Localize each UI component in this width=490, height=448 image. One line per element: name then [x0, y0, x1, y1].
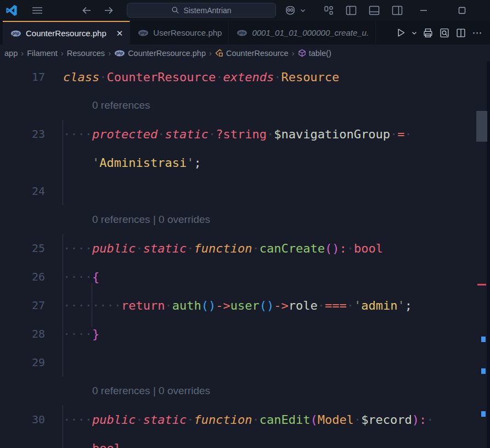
minimize-icon[interactable] [413, 0, 435, 21]
print-icon[interactable] [421, 25, 435, 41]
maximize-icon[interactable] [451, 0, 473, 21]
search-file-icon[interactable] [437, 25, 452, 41]
tab-label: CounterResource.php [26, 29, 106, 38]
breadcrumb-item-counterresource-php[interactable]: phpCounterResource.php [114, 49, 206, 58]
chevron-down-icon[interactable] [298, 0, 307, 21]
customize-layout-icon[interactable] [320, 0, 337, 21]
overview-marker-blue [481, 411, 486, 417]
breadcrumb-item-app[interactable]: app [4, 49, 18, 58]
codelens-row: 0 references [0, 91, 490, 120]
php-icon: php [236, 29, 247, 37]
arrow-right-icon[interactable] [100, 0, 117, 21]
class-icon [215, 49, 223, 57]
sidebar-left-icon[interactable] [342, 0, 360, 21]
indent-guide [63, 177, 63, 205]
tab-label: 0001_01_01_000000_create_u. [252, 28, 369, 37]
code-line-text: ····public·static·function·canCreate():·… [63, 242, 383, 255]
code-row[interactable]: 28····} [0, 320, 490, 348]
panel-icon[interactable] [365, 0, 383, 21]
line-number[interactable]: 26 [0, 270, 45, 283]
svg-text:php: php [12, 31, 19, 36]
php-icon: php [10, 30, 21, 37]
codelens-row: 0 references | 0 overrides [0, 205, 490, 234]
tab-userresource-php[interactable]: phpUserResource.php [130, 21, 229, 44]
breadcrumb-label: CounterResource [226, 49, 289, 58]
code-row[interactable]: 'Administrasi'; [0, 148, 490, 177]
breadcrumb-label: app [4, 49, 18, 58]
tab-0001-01-01-000000-create-u-[interactable]: php0001_01_01_000000_create_u. [229, 21, 376, 44]
tab-bar: phpCounterResource.php✕phpUserResource.p… [0, 21, 490, 44]
code-row[interactable]: 24 [0, 177, 490, 205]
sidebar-right-icon[interactable] [388, 0, 406, 21]
code-line-text: ········return·auth()->user()->role·===·… [63, 299, 412, 312]
title-bar: SistemAntrian [0, 0, 490, 21]
search-input[interactable]: SistemAntrian [127, 3, 276, 18]
editor-actions: ⋯ [393, 21, 490, 44]
codelens-references[interactable]: 0 references [92, 99, 150, 111]
code-editor[interactable]: 17class·CounterResource·extends·Resource… [0, 61, 490, 448]
codelens-references[interactable]: 0 references | 0 overrides [92, 385, 210, 397]
code-line-text: ····} [63, 327, 99, 341]
breadcrumb-label: Filament [27, 49, 58, 58]
breadcrumb-separator: › [292, 48, 295, 58]
breadcrumb-item-filament[interactable]: Filament [27, 49, 58, 58]
code-line-text: bool [63, 441, 121, 448]
code-row[interactable]: 25····public·static·function·canCreate()… [0, 234, 490, 262]
line-number[interactable]: 27 [0, 299, 45, 312]
code-line-text: 'Administrasi'; [63, 156, 201, 170]
breadcrumb-item-table-[interactable]: table() [298, 49, 331, 58]
line-number[interactable]: 29 [0, 356, 45, 369]
svg-text:php: php [116, 51, 123, 55]
breadcrumb-label: Resources [67, 49, 105, 58]
code-line-text: ····{ [63, 270, 99, 284]
breadcrumb-separator: › [108, 48, 111, 58]
vscode-logo [3, 0, 20, 21]
vscode-window: SistemAntrian phpCounterResource.php✕php [0, 0, 490, 448]
breadcrumb-item-resources[interactable]: Resources [67, 49, 105, 58]
codelens-row: 0 references | 0 overrides [0, 377, 490, 405]
copilot-icon[interactable] [282, 0, 298, 21]
overview-marker-red [477, 284, 486, 285]
close-icon[interactable]: ✕ [116, 29, 123, 38]
line-number[interactable]: 24 [0, 184, 45, 198]
svg-text:php: php [139, 31, 147, 35]
menu-icon[interactable] [29, 0, 46, 21]
breadcrumb-label: table() [309, 49, 331, 58]
php-icon: php [138, 29, 149, 37]
code-line-text: ····protected·static·?string·$navigation… [63, 127, 412, 141]
arrow-left-icon[interactable] [78, 0, 95, 21]
overview-marker-blue [481, 368, 486, 374]
line-number[interactable]: 23 [0, 127, 45, 141]
breadcrumb-separator: › [61, 48, 64, 58]
code-row[interactable]: 29 [0, 348, 490, 377]
more-actions-icon[interactable]: ⋯ [470, 25, 485, 41]
code-row[interactable]: 30····public·static·function·canEdit(Mod… [0, 405, 490, 434]
code-row[interactable]: 27········return·auth()->user()->role·==… [0, 291, 490, 320]
codelens-references[interactable]: 0 references | 0 overrides [92, 214, 210, 226]
code-line-text: class·CounterResource·extends·Resource [63, 70, 339, 84]
breadcrumb-item-counterresource[interactable]: CounterResource [215, 49, 289, 58]
method-icon [298, 49, 306, 57]
code-row[interactable]: 17class·CounterResource·extends·Resource [0, 63, 490, 91]
line-number[interactable]: 28 [0, 327, 45, 340]
breadcrumb-separator: › [21, 48, 24, 58]
line-number[interactable]: 30 [0, 413, 45, 426]
search-label: SistemAntrian [183, 6, 231, 15]
overview-marker-blue [481, 337, 486, 342]
search-icon [171, 6, 179, 14]
line-number[interactable]: 17 [0, 70, 45, 83]
breadcrumb: app›Filament›Resources›phpCounterResourc… [0, 44, 490, 61]
run-icon[interactable] [393, 25, 408, 41]
line-number[interactable]: 25 [0, 242, 45, 255]
code-row[interactable]: 23····protected·static·?string·$navigati… [0, 120, 490, 148]
split-editor-icon[interactable] [454, 25, 468, 41]
code-row[interactable]: 26····{ [0, 262, 490, 291]
php-icon: php [114, 49, 125, 57]
tab-label: UserResource.php [153, 28, 222, 37]
run-chevron-down-icon[interactable] [410, 25, 419, 41]
code-row[interactable]: bool [0, 434, 490, 448]
tab-counterresource-php[interactable]: phpCounterResource.php✕ [3, 21, 130, 44]
scrollbar-thumb[interactable] [476, 111, 487, 142]
breadcrumb-label: CounterResource.php [128, 49, 206, 58]
svg-text:php: php [238, 31, 245, 35]
